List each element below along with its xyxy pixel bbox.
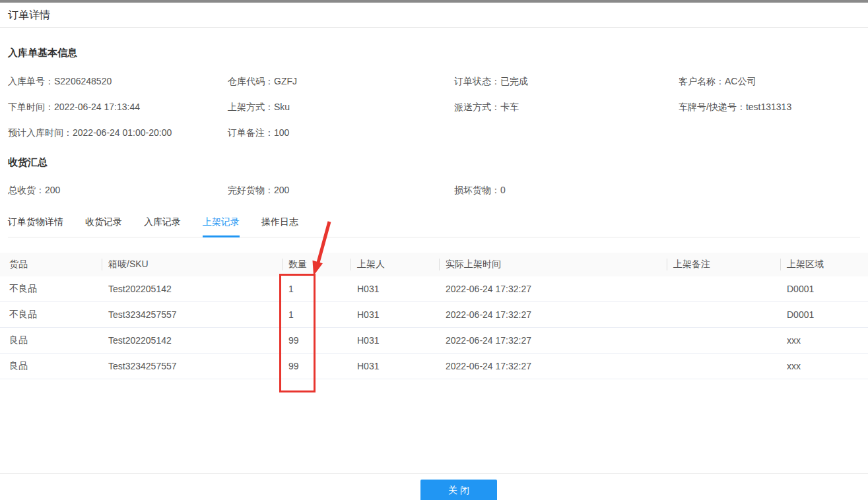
tab-0[interactable]: 订单货物详情 [8,215,63,237]
table-cell: D0001 [780,309,868,320]
tab-4[interactable]: 操作日志 [261,215,298,237]
summary-field-0: 总收货：200 [8,185,228,195]
field-value: 卡车 [500,102,519,112]
basic-info-field-3: 客户名称：AC公司 [679,77,860,86]
basic-info-field-8: 预计入库时间：2022-06-24 01:00-20:00 [8,128,228,137]
table-cell: Test3234257557 [102,309,282,320]
table-body: 不良品Test2022051421H0312022-06-24 17:32:27… [0,276,868,379]
field-label: 客户名称： [679,76,725,86]
column-header-5: 上架备注 [667,259,780,270]
table-cell: 99 [282,335,351,346]
field-label: 上架方式： [228,102,274,112]
summary-field-1: 完好货物：200 [228,185,454,195]
field-label: 损坏货物： [454,185,500,195]
page-title: 订单详情 [8,10,860,20]
field-label: 下单时间： [8,102,54,112]
field-value: Sku [274,102,290,112]
table-cell: H031 [351,361,439,371]
field-value: 2022-06-24 01:00-20:00 [73,127,172,138]
table-row-2: 良品Test20220514299H0312022-06-24 17:32:27… [0,328,868,354]
putaway-records-table: 货品箱唛/SKU数量上架人实际上架时间上架备注上架区域 不良品Test20220… [0,253,868,379]
table-cell: Test3234257557 [102,361,282,371]
table-cell: 1 [282,309,351,320]
column-header-3: 上架人 [351,259,439,270]
tab-1[interactable]: 收货记录 [85,215,122,237]
table-cell: 2022-06-24 17:32:27 [439,361,667,371]
summary-field-2: 损坏货物：0 [454,185,679,195]
field-value: S2206248520 [54,76,112,86]
tab-bar: 订单货物详情收货记录入库记录上架记录操作日志 [8,215,860,237]
table-cell: 不良品 [0,283,102,295]
basic-info-grid: 入库单号：S2206248520仓库代码：GZFJ订单状态：已完成客户名称：AC… [8,77,860,137]
table-row-3: 良品Test323425755799H0312022-06-24 17:32:2… [0,354,868,379]
field-label: 仓库代码： [228,76,274,86]
order-detail-page: 订单详情 入库单基本信息 入库单号：S2206248520仓库代码：GZFJ订单… [0,0,868,500]
receipt-summary-heading: 收货汇总 [8,157,860,167]
table-cell: Test202205142 [102,335,282,346]
basic-info-field-9: 订单备注：100 [228,128,454,137]
field-value: 200 [274,185,289,195]
table-cell: 99 [282,361,351,371]
table-row-0: 不良品Test2022051421H0312022-06-24 17:32:27… [0,276,868,302]
table-cell: xxx [780,361,868,371]
field-label: 订单备注： [228,127,274,138]
field-value: GZFJ [274,76,297,86]
table-cell: 2022-06-24 17:32:27 [439,335,667,346]
table-cell: xxx [780,335,868,346]
field-value: 200 [45,185,60,195]
close-button[interactable]: 关 闭 [420,480,497,500]
field-value: 100 [274,127,289,138]
table-row-1: 不良品Test32342575571H0312022-06-24 17:32:2… [0,302,868,328]
field-value: AC公司 [725,76,756,86]
column-header-4: 实际上架时间 [439,259,667,270]
table-cell: H031 [351,309,439,320]
tab-2[interactable]: 入库记录 [144,215,181,237]
field-label: 入库单号： [8,76,54,86]
field-value: 已完成 [500,76,528,86]
field-value: 0 [500,185,506,195]
table-cell: D0001 [780,284,868,294]
table-cell: H031 [351,335,439,346]
basic-info-field-2: 订单状态：已完成 [454,77,679,86]
column-header-6: 上架区域 [780,259,868,270]
receipt-summary-grid: 总收货：200完好货物：200损坏货物：0 [8,185,860,195]
field-label: 车牌号/快递号： [679,102,746,112]
field-label: 完好货物： [228,185,274,195]
footer-divider [0,473,868,474]
basic-info-field-6: 派送方式：卡车 [454,102,679,111]
table-cell: 良品 [0,334,102,346]
table-cell: 良品 [0,360,102,372]
field-value: test131313 [746,102,791,112]
table-cell: 1 [282,284,351,294]
basic-info-field-5: 上架方式：Sku [228,102,454,111]
table-cell: Test202205142 [102,284,282,294]
tab-3[interactable]: 上架记录 [203,215,240,237]
title-bar: 订单详情 [0,3,868,28]
field-label: 订单状态： [454,76,500,86]
content: 入库单基本信息 入库单号：S2206248520仓库代码：GZFJ订单状态：已完… [0,47,868,379]
basic-info-heading: 入库单基本信息 [8,47,860,57]
table-cell: 不良品 [0,309,102,321]
column-header-2: 数量 [282,259,351,270]
field-label: 总收货： [8,185,45,195]
field-label: 预计入库时间： [8,127,73,138]
table-header-row: 货品箱唛/SKU数量上架人实际上架时间上架备注上架区域 [0,253,868,276]
basic-info-field-7: 车牌号/快递号：test131313 [679,102,860,111]
column-header-1: 箱唛/SKU [102,259,282,270]
table-cell: 2022-06-24 17:32:27 [439,309,667,320]
basic-info-field-4: 下单时间：2022-06-24 17:13:44 [8,102,228,111]
column-header-0: 货品 [0,259,102,270]
table-cell: 2022-06-24 17:32:27 [439,284,667,294]
field-value: 2022-06-24 17:13:44 [54,102,140,112]
table-cell: H031 [351,284,439,294]
basic-info-field-0: 入库单号：S2206248520 [8,77,228,86]
field-label: 派送方式： [454,102,500,112]
basic-info-field-1: 仓库代码：GZFJ [228,77,454,86]
